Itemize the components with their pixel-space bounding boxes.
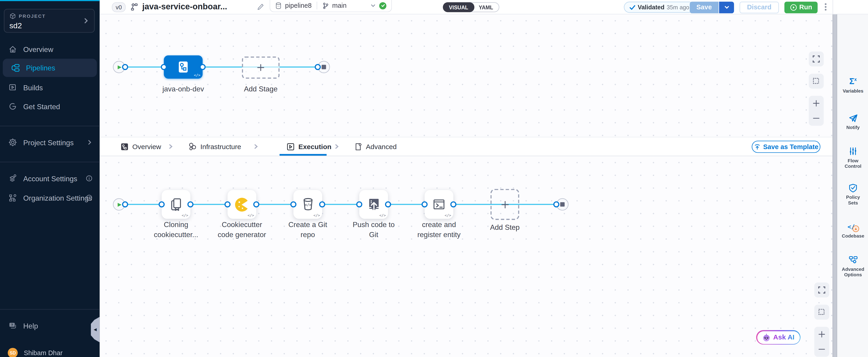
tab-infrastructure[interactable]: Infrastructure [188, 138, 241, 156]
chevron-right-icon [254, 144, 258, 149]
run-play-icon [790, 4, 797, 11]
chevron-right-icon [83, 18, 89, 24]
pipeline-studio-app: PROJECT sd2 Overview Pipelines Builds [0, 0, 868, 357]
panel-item-label: Notify [846, 125, 860, 130]
panel-item-codebase[interactable]: </> Codebase [837, 221, 868, 239]
connector-port[interactable] [290, 201, 297, 207]
sidebar-item-label: Project Settings [23, 138, 73, 146]
validated-badge[interactable]: Validated 35m ago [624, 2, 694, 13]
connector-port[interactable] [385, 201, 391, 207]
toolbar-divider [833, 0, 833, 14]
sidebar-item-label: Builds [23, 84, 43, 92]
save-dropdown-button[interactable] [719, 1, 734, 13]
sidebar-item-label: Get Started [23, 102, 60, 110]
sidebar-item-builds[interactable]: Builds [0, 79, 99, 96]
connector-port[interactable] [224, 201, 230, 207]
infrastructure-tab-icon [188, 142, 196, 150]
help-chat-icon: ? [8, 321, 17, 330]
connector-port[interactable] [122, 201, 128, 207]
branch-selector[interactable]: main [317, 0, 391, 11]
policy-shield-icon [849, 183, 858, 193]
run-button[interactable]: Run [784, 1, 818, 13]
stage-label: java-onb-dev [145, 84, 222, 94]
visual-yaml-toggle: VISUAL YAML [443, 2, 499, 12]
tab-execution[interactable]: Execution [287, 138, 332, 156]
panel-item-label: PolicySets [846, 195, 860, 206]
org-gear-icon [8, 193, 17, 202]
zoom-in-button[interactable] [818, 331, 826, 338]
panel-resizer[interactable] [833, 14, 837, 357]
overview-tab-icon [121, 143, 128, 150]
connector-line [119, 66, 324, 68]
zoom-in-button[interactable] [813, 100, 820, 107]
connector-port[interactable] [319, 201, 325, 207]
info-icon[interactable] [86, 195, 93, 201]
more-options-kebab-icon[interactable] [825, 3, 826, 10]
user-profile[interactable]: SD Shibam Dhar [0, 345, 99, 357]
stage-graph-canvas[interactable]: ▶ </> java-onb-dev Add Stage [99, 14, 833, 137]
add-stage-button[interactable] [242, 57, 280, 79]
connector-port[interactable] [159, 201, 165, 207]
tab-label: Overview [132, 143, 161, 150]
project-selector[interactable]: PROJECT sd2 [4, 9, 95, 33]
step-node-push-code-to-git[interactable]: </> [359, 190, 388, 219]
sidebar-item-overview[interactable]: Overview [0, 41, 99, 58]
edit-pencil-icon[interactable] [257, 3, 264, 11]
zoom-out-button[interactable] [813, 115, 820, 122]
info-icon[interactable] [86, 175, 93, 182]
panel-item-flow-control[interactable]: FlowControl [837, 146, 868, 169]
add-step-button[interactable] [491, 189, 519, 220]
save-button[interactable]: Save [690, 1, 718, 13]
connector-port[interactable] [122, 64, 128, 70]
sidebar-item-organization-settings[interactable]: Organization Settings [0, 189, 99, 206]
sidebar-item-account-settings[interactable]: Account Settings [0, 170, 99, 187]
connector-port[interactable] [451, 201, 457, 207]
canvas-select-button[interactable] [814, 304, 829, 320]
panel-item-variables[interactable]: Σx Variables [837, 77, 868, 93]
tab-label: Infrastructure [200, 143, 241, 150]
panel-item-label: AdvancedOptions [842, 267, 864, 278]
toggle-visual[interactable]: VISUAL [443, 2, 474, 12]
execution-graph-canvas[interactable]: ▶ </> Cloningcookiecutter... </> Cookiec… [99, 156, 833, 357]
panel-item-notify[interactable]: Notify [837, 113, 868, 130]
pipeline-store-selector[interactable]: «» pipeline8 [270, 0, 317, 11]
canvas-fit-view-button[interactable] [809, 52, 824, 66]
canvas-fit-view-button[interactable] [814, 282, 829, 298]
stop-square-icon [322, 65, 326, 69]
connector-port[interactable] [356, 201, 363, 207]
sidebar-item-label: Overview [23, 45, 53, 53]
sidebar-item-pipelines[interactable]: Pipelines [3, 59, 97, 77]
connector-port[interactable] [553, 201, 560, 207]
stage-node-java-onb-dev[interactable]: </> [164, 55, 203, 79]
canvas-zoom-controls [814, 327, 829, 357]
project-cube-icon [9, 13, 16, 19]
canvas-select-button[interactable] [809, 73, 824, 89]
connector-port[interactable] [253, 201, 259, 207]
connector-port[interactable] [187, 201, 193, 207]
sidebar-item-project-settings[interactable]: Project Settings [0, 134, 99, 151]
ask-ai-label: Ask AI [773, 333, 795, 341]
connector-port[interactable] [422, 201, 428, 207]
step-node-create-register-entity[interactable]: </> [425, 190, 453, 219]
zoom-out-button[interactable] [818, 346, 826, 353]
connector-port[interactable] [199, 64, 206, 70]
stage-tabbar: Overview Infrastructure Execution Advanc… [99, 137, 833, 156]
step-node-cookiecutter-generator[interactable]: </> [227, 190, 256, 219]
left-sidebar: PROJECT sd2 Overview Pipelines Builds [0, 0, 99, 357]
pipeline-title: java-service-onboar... [142, 2, 227, 11]
sidebar-item-help[interactable]: ? Help [0, 317, 99, 334]
ask-ai-button[interactable]: Ask AI [756, 330, 800, 345]
project-name: sd2 [9, 21, 89, 30]
connector-port[interactable] [161, 64, 167, 70]
save-as-template-button[interactable]: Save as Template [752, 141, 820, 153]
step-node-create-git-repo[interactable]: </> </> [293, 190, 322, 219]
sidebar-item-get-started[interactable]: Get Started [0, 98, 99, 115]
connector-port[interactable] [315, 64, 321, 70]
panel-item-advanced-options[interactable]: AdvancedOptions [837, 255, 868, 278]
discard-button[interactable]: Discard [740, 1, 779, 13]
panel-item-policy-sets[interactable]: PolicySets [837, 183, 868, 206]
svg-text:«»: «» [277, 5, 280, 7]
tab-overview[interactable]: Overview [121, 138, 161, 156]
step-node-cloning-cookiecutter[interactable]: </> [162, 190, 190, 219]
tab-advanced[interactable]: Advanced [354, 138, 397, 156]
